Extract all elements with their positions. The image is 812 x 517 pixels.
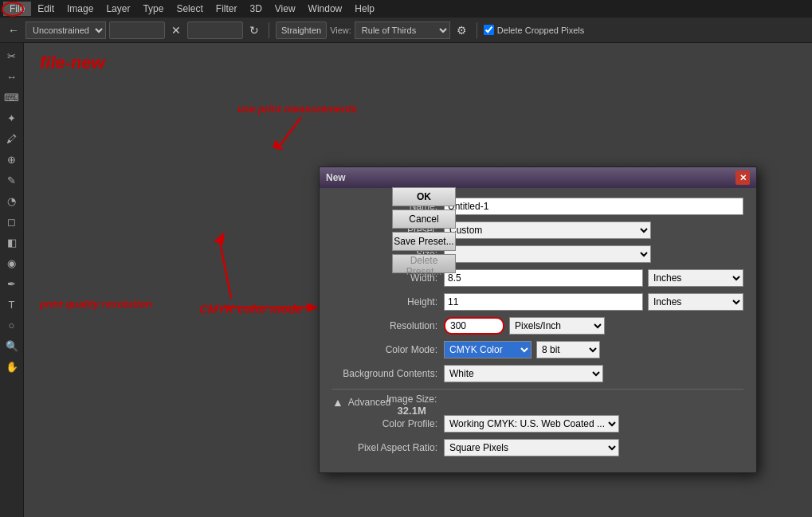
width-input[interactable] [444, 269, 643, 287]
settings-button[interactable]: ⚙ [453, 22, 470, 38]
dialog-title: New [326, 172, 346, 183]
height-row: Height: Inches [332, 293, 743, 311]
tool-eraser[interactable]: ◻ [2, 212, 22, 231]
dialog-close-button[interactable]: ✕ [736, 170, 750, 185]
view-select[interactable]: Rule of Thirds [355, 22, 450, 39]
tool-brush[interactable]: ✎ [2, 170, 22, 190]
svg-marker-5 [214, 232, 225, 245]
tool-move[interactable]: ↔ [2, 67, 22, 86]
menubar: File Edit Image Layer Type Select Filter… [0, 0, 812, 18]
resolution-label: Resolution: [332, 320, 444, 331]
view-label: View: [330, 25, 351, 35]
menu-filter[interactable]: Filter [210, 2, 244, 16]
refresh-button[interactable]: ↻ [246, 22, 262, 38]
background-row: Background Contents: White [332, 365, 743, 382]
svg-line-4 [219, 238, 231, 298]
menu-file[interactable]: File [3, 2, 31, 16]
color-mode-select[interactable]: CMYK Color [444, 341, 532, 358]
tool-gradient[interactable]: ◧ [2, 233, 22, 252]
ratio-input[interactable] [109, 22, 165, 39]
annotation-print-quality: print quality resolution [40, 298, 152, 310]
save-preset-button[interactable]: Save Preset... [392, 232, 456, 251]
menu-window[interactable]: Window [302, 2, 349, 16]
constrained-select[interactable]: Unconstrained [25, 22, 106, 39]
tool-type[interactable]: T [2, 295, 22, 314]
tool-lasso[interactable]: ⌨ [2, 88, 22, 107]
color-profile-label: Color Profile: [332, 418, 444, 429]
pixel-aspect-row: Pixel Aspect Ratio: Square Pixels [332, 439, 743, 456]
color-profile-select[interactable]: Working CMYK: U.S. Web Coated ... [444, 415, 619, 433]
svg-line-2 [277, 117, 301, 149]
image-size-box: Image Size: 32.1M [386, 394, 437, 417]
sep1 [269, 22, 269, 38]
delete-preset-button[interactable]: Delete Preset... [392, 254, 456, 273]
color-mode-row: Color Mode: CMYK Color 8 bit [332, 341, 743, 358]
color-profile-row: Color Profile: Working CMYK: U.S. Web Co… [332, 415, 743, 433]
resolution-row: Resolution: Pixels/Inch [332, 317, 743, 335]
ratio-input2[interactable] [187, 22, 243, 39]
close-ratio-button[interactable]: ✕ [168, 22, 184, 38]
ok-button[interactable]: OK [392, 187, 456, 206]
height-label: Height: [332, 296, 444, 307]
size-select[interactable] [444, 245, 651, 263]
straighten-button[interactable]: Straighten [276, 22, 327, 39]
sep2 [477, 22, 477, 38]
resolution-input[interactable] [450, 320, 498, 331]
annotation-file-new: file-new [40, 53, 105, 73]
canvas-area: file-new print quality resolution use pr… [24, 43, 812, 517]
tool-crop[interactable]: ✂ [2, 46, 22, 65]
menu-select[interactable]: Select [170, 2, 209, 16]
pixel-aspect-select[interactable]: Square Pixels [444, 439, 619, 456]
height-unit-select[interactable]: Inches [648, 293, 743, 311]
back-button[interactable]: ← [5, 22, 22, 38]
resolution-unit-select[interactable]: Pixels/Inch [509, 317, 605, 335]
resolution-highlight [444, 317, 504, 335]
color-mode-label: Color Mode: [332, 344, 444, 355]
tool-spot-heal[interactable]: ⊕ [2, 150, 22, 169]
annotation-use-print-measurements: use print measurements [237, 103, 357, 115]
background-label: Background Contents: [332, 368, 444, 379]
tool-hand[interactable]: ✋ [2, 357, 22, 376]
cancel-button[interactable]: Cancel [392, 210, 456, 229]
width-unit-select[interactable]: Inches [648, 269, 743, 287]
menu-3d[interactable]: 3D [243, 2, 268, 16]
dialog-titlebar: New ✕ [320, 167, 756, 188]
menu-type[interactable]: Type [136, 2, 170, 16]
svg-marker-1 [307, 303, 319, 312]
tool-eyedropper[interactable]: 🖍 [2, 129, 22, 148]
bit-depth-select[interactable]: 8 bit [536, 341, 600, 358]
preset-select[interactable]: Custom [444, 221, 651, 239]
delete-cropped-checkbox[interactable] [484, 25, 494, 35]
tool-dodge[interactable]: ◉ [2, 253, 22, 272]
tool-zoom[interactable]: 🔍 [2, 336, 22, 355]
height-input[interactable] [444, 293, 643, 311]
tool-pen[interactable]: ✒ [2, 274, 22, 293]
menu-edit[interactable]: Edit [31, 2, 61, 16]
background-select[interactable]: White [444, 365, 603, 382]
menu-layer[interactable]: Layer [100, 2, 136, 16]
tool-magic-wand[interactable]: ✦ [2, 108, 22, 127]
tools-panel: ✂ ↔ ⌨ ✦ 🖍 ⊕ ✎ ◔ ◻ ◧ ◉ ✒ T ○ 🔍 ✋ [0, 43, 24, 517]
tool-clone[interactable]: ◔ [2, 191, 22, 210]
name-input[interactable] [444, 198, 743, 215]
menu-help[interactable]: Help [348, 2, 381, 16]
annotation-cmyk: CMYK color mode [199, 302, 302, 315]
dialog-body: Name: Preset: Custom Size: Width: [320, 188, 756, 472]
toolbar: ← Unconstrained ✕ ↻ Straighten View: Rul… [0, 18, 812, 43]
pixel-aspect-label: Pixel Aspect Ratio: [332, 442, 444, 453]
menu-image[interactable]: Image [61, 2, 100, 16]
tool-shape[interactable]: ○ [2, 315, 22, 335]
menu-view[interactable]: View [269, 2, 302, 16]
dialog-button-group: OK Cancel Save Preset... Delete Preset..… [392, 187, 456, 273]
delete-cropped-label: Delete Cropped Pixels [484, 25, 584, 35]
new-dialog: New ✕ Name: Preset: Custom Size: [319, 166, 757, 473]
